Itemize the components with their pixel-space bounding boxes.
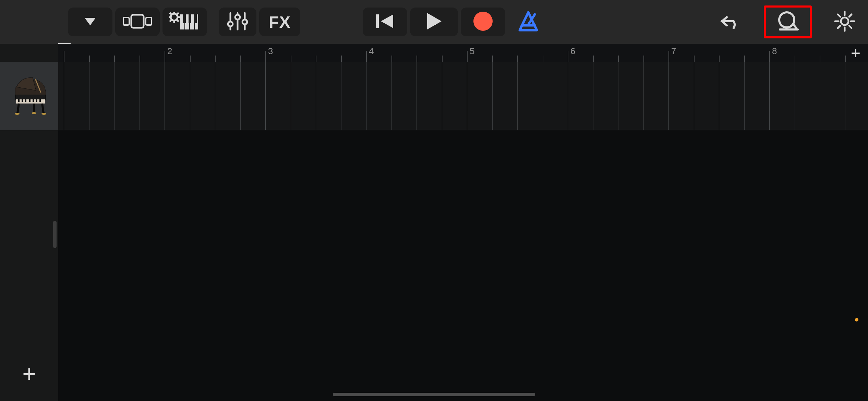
ruler-tick-minor <box>744 56 745 62</box>
svg-line-41 <box>849 26 852 28</box>
ruler-tick-major <box>568 51 568 62</box>
ruler-tick-minor <box>417 56 417 62</box>
ruler-tick-minor <box>845 56 846 62</box>
svg-point-57 <box>41 113 46 115</box>
ruler-tick-minor <box>442 56 443 62</box>
play-button[interactable] <box>410 8 458 36</box>
gridline <box>618 62 618 130</box>
add-section-button[interactable]: + <box>846 45 865 61</box>
svg-point-23 <box>228 22 233 26</box>
ruler-tick-minor <box>89 56 90 62</box>
svg-marker-27 <box>381 14 393 28</box>
undo-button[interactable] <box>717 8 745 36</box>
gridline <box>165 62 165 130</box>
svg-rect-1 <box>123 17 129 25</box>
gridline <box>744 62 745 130</box>
ruler-tick-minor <box>140 56 140 62</box>
svg-rect-46 <box>18 99 20 102</box>
svg-rect-26 <box>376 14 379 28</box>
vertical-scroll-thumb[interactable] <box>53 221 57 248</box>
ruler-tick-major <box>467 51 468 62</box>
svg-point-33 <box>779 12 794 27</box>
ruler-bar-label: 2 <box>167 46 172 57</box>
ruler-bar-label: 7 <box>671 46 676 57</box>
svg-point-58 <box>32 112 36 114</box>
gridline <box>668 62 669 130</box>
ruler-tick-minor <box>517 56 518 62</box>
plus-icon: + <box>851 44 860 62</box>
sliders-icon <box>227 12 248 32</box>
gridline <box>89 62 89 130</box>
track-lane-grand-piano[interactable] <box>58 62 868 130</box>
record-button[interactable] <box>461 8 505 36</box>
gridline <box>391 62 392 130</box>
gridline <box>643 62 644 130</box>
home-indicator <box>333 393 535 396</box>
ruler-tick-major <box>64 51 64 62</box>
gridline <box>694 62 694 130</box>
ruler-tick-minor <box>341 56 342 62</box>
gridline <box>769 62 770 130</box>
gridline <box>795 62 795 130</box>
ruler-bar-label: 6 <box>570 46 575 57</box>
play-icon <box>426 12 442 32</box>
toolbar-group-left: FX <box>68 8 300 36</box>
top-toolbar: FX <box>0 0 868 44</box>
svg-line-9 <box>170 13 172 15</box>
gridline <box>845 62 845 130</box>
add-track-button[interactable]: + <box>0 353 58 394</box>
track-controls-button[interactable] <box>162 8 207 36</box>
timeline-ruler[interactable]: 2345678 <box>58 44 868 62</box>
svg-rect-48 <box>25 99 26 102</box>
metronome-icon <box>517 11 540 33</box>
piano-gear-icon <box>169 12 200 32</box>
gridline <box>240 62 241 130</box>
gear-icon <box>834 10 856 34</box>
ruler-tick-minor <box>291 56 291 62</box>
gridline <box>190 62 190 130</box>
svg-point-56 <box>15 113 20 115</box>
ruler-tick-minor <box>719 56 720 62</box>
ruler-tick-minor <box>190 56 191 62</box>
gridline <box>114 62 114 130</box>
metronome-button[interactable] <box>513 8 544 36</box>
svg-line-53 <box>17 104 19 113</box>
gridline <box>291 62 291 130</box>
gridline <box>366 62 366 130</box>
settings-button[interactable] <box>831 8 858 36</box>
ruler-tick-major <box>769 51 770 62</box>
svg-rect-14 <box>183 14 186 23</box>
svg-rect-2 <box>131 15 144 28</box>
loop-button[interactable] <box>764 5 812 38</box>
transport-controls <box>363 8 505 36</box>
gridline <box>517 62 518 130</box>
fx-button[interactable]: FX <box>259 8 300 36</box>
gridline <box>316 62 316 130</box>
track-header-grand-piano[interactable] <box>0 62 58 130</box>
view-menu-button[interactable] <box>68 8 112 36</box>
svg-point-35 <box>841 17 848 25</box>
svg-point-24 <box>235 15 240 20</box>
ruler-tick-major <box>668 51 669 62</box>
ruler-bar-label: 5 <box>470 46 474 57</box>
gridline <box>417 62 417 130</box>
ruler-bar-label: 8 <box>772 46 777 57</box>
mixer-button[interactable] <box>219 8 256 36</box>
go-to-beginning-button[interactable] <box>363 8 407 36</box>
ruler-bar-label: 4 <box>369 46 374 57</box>
undo-icon <box>720 12 742 32</box>
loop-browser-icon <box>774 11 801 33</box>
svg-point-29 <box>473 12 493 31</box>
svg-marker-28 <box>427 13 442 29</box>
ruler-tick-major <box>366 51 367 62</box>
fx-label: FX <box>269 13 290 32</box>
svg-line-11 <box>170 20 172 22</box>
tracks-view-button[interactable] <box>115 8 160 36</box>
ruler-tick-minor <box>391 56 392 62</box>
svg-line-43 <box>849 14 852 17</box>
svg-rect-3 <box>146 17 152 25</box>
gridline <box>719 62 719 130</box>
svg-line-54 <box>42 104 44 113</box>
gridline <box>543 62 543 130</box>
gridline <box>593 62 593 130</box>
